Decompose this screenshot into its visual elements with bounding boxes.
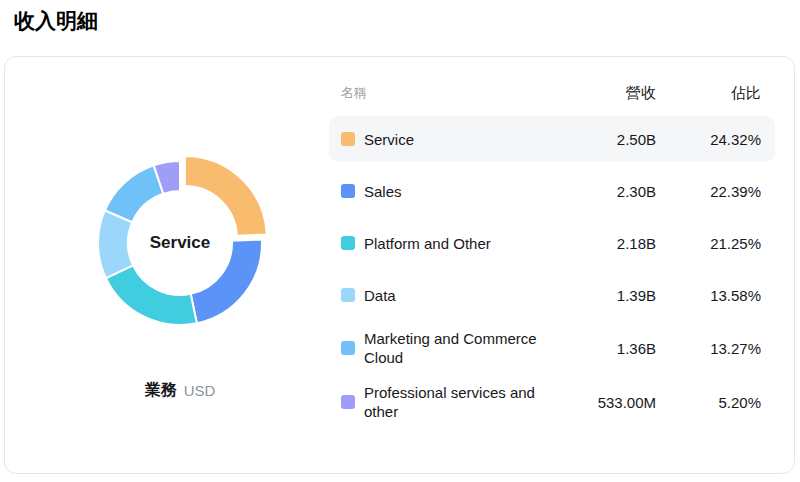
series-label: Service [364,130,414,149]
series-label: Data [364,286,396,305]
series-share: 13.58% [656,287,761,304]
page-title: 收入明細 [14,7,98,35]
series-swatch [341,288,355,302]
series-label: Sales [364,182,402,201]
header-share: 佔比 [656,84,761,103]
header-revenue: 營收 [561,84,656,103]
table-row-sales[interactable]: Sales 2.30B 22.39% [329,168,775,214]
table-row-platform-and-other[interactable]: Platform and Other 2.18B 21.25% [329,220,775,266]
series-swatch [341,395,355,409]
table-row-data[interactable]: Data 1.39B 13.58% [329,272,775,318]
series-swatch [341,341,355,355]
table-row-professional-services-and-other[interactable]: Professional services and other 533.00M … [329,378,775,426]
chart-footer-unit: USD [184,382,216,399]
chart-footer-label: 業務 [145,380,177,401]
series-revenue: 2.50B [561,131,656,148]
series-swatch [341,236,355,250]
series-revenue: 533.00M [561,394,656,411]
series-share: 5.20% [656,394,761,411]
series-revenue: 1.39B [561,287,656,304]
series-revenue: 2.30B [561,183,656,200]
table-row-marketing-and-commerce-cloud[interactable]: Marketing and Commerce Cloud 1.36B 13.27… [329,324,775,372]
chart-footer: 業務 USD [80,379,280,401]
series-label: Marketing and Commerce Cloud [364,329,554,367]
revenue-breakdown-card: Service 業務 USD 名稱 營收 佔比 Service 2.50B 24… [4,56,795,474]
series-label: Platform and Other [364,234,491,253]
table-header-row: 名稱 營收 佔比 [329,83,775,103]
series-swatch [341,184,355,198]
donut-slice-sales[interactable] [191,239,262,323]
donut-slice-platform-and-other[interactable] [106,265,197,325]
series-share: 24.32% [656,131,761,148]
table-row-service[interactable]: Service 2.50B 24.32% [329,116,775,162]
donut-slice-marketing-and-commerce-cloud[interactable] [105,165,164,222]
donut-svg [80,143,280,343]
header-name: 名稱 [341,84,561,102]
series-share: 13.27% [656,340,761,357]
series-revenue: 1.36B [561,340,656,357]
table-rows: Service 2.50B 24.32% Sales 2.30B 22.39% … [329,116,775,426]
donut-slice-service[interactable] [185,156,267,236]
series-revenue: 2.18B [561,235,656,252]
series-share: 21.25% [656,235,761,252]
series-share: 22.39% [656,183,761,200]
series-swatch [341,132,355,146]
legend-table: 名稱 營收 佔比 Service 2.50B 24.32% Sales 2.30… [329,83,775,426]
series-label: Professional services and other [364,383,554,421]
donut-chart: Service [80,143,280,343]
